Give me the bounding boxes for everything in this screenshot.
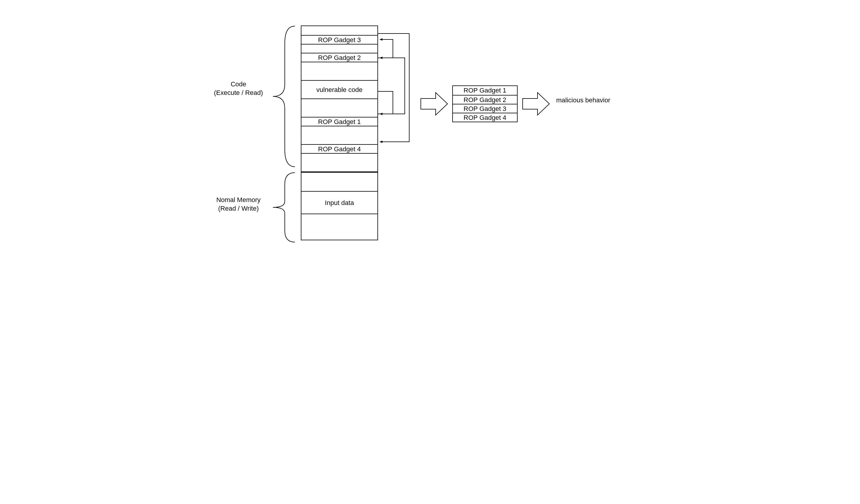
rop-chain-table: ROP Gadget 1 ROP Gadget 2 ROP Gadget 3 R…	[452, 86, 518, 122]
code-column: ROP Gadget 3 ROP Gadget 2 vulnerable cod…	[301, 26, 378, 172]
result-label: malicious behavior	[556, 97, 610, 104]
code-row	[301, 62, 377, 80]
code-row-gadget-4: ROP Gadget 4	[301, 144, 377, 153]
block-arrow-to-chain	[420, 92, 448, 116]
memory-section-text: Nomal Memory (Read / Write)	[216, 196, 260, 212]
code-cell: ROP Gadget 1	[318, 118, 361, 125]
memory-section-label: Nomal Memory (Read / Write)	[209, 196, 268, 213]
code-row	[301, 153, 377, 172]
memory-row	[301, 173, 377, 191]
chain-row: ROP Gadget 1	[453, 86, 517, 95]
block-arrow-to-result	[522, 92, 550, 116]
code-row-gadget-3: ROP Gadget 3	[301, 35, 377, 44]
chain-row: ROP Gadget 3	[453, 104, 517, 113]
code-row	[301, 26, 377, 35]
code-row	[301, 126, 377, 144]
rop-diagram: Code (Execute / Read) Nomal Memory (Read…	[203, 6, 657, 258]
code-row	[301, 99, 377, 117]
code-row-vulnerable: vulnerable code	[301, 80, 377, 99]
chain-cell: ROP Gadget 1	[463, 87, 506, 94]
code-cell: ROP Gadget 3	[318, 36, 361, 44]
code-cell: vulnerable code	[316, 86, 362, 93]
code-row-gadget-1: ROP Gadget 1	[301, 117, 377, 126]
memory-row-input: Input data	[301, 191, 377, 213]
code-section-label: Code (Execute / Read)	[212, 80, 265, 97]
chain-cell: ROP Gadget 3	[463, 105, 506, 113]
memory-row	[301, 213, 377, 240]
memory-column: Input data	[301, 172, 378, 240]
code-section-text: Code (Execute / Read)	[214, 80, 263, 97]
code-cell: ROP Gadget 4	[318, 145, 361, 153]
code-cell: ROP Gadget 2	[318, 54, 361, 61]
chain-cell: ROP Gadget 2	[463, 96, 506, 104]
chain-cell: ROP Gadget 4	[463, 114, 506, 121]
memory-cell: Input data	[325, 199, 354, 206]
chain-row: ROP Gadget 4	[453, 113, 517, 122]
brace-memory	[268, 172, 298, 243]
result-text: malicious behavior	[556, 97, 610, 104]
code-row	[301, 44, 377, 53]
code-row-gadget-2: ROP Gadget 2	[301, 53, 377, 62]
chain-row: ROP Gadget 2	[453, 95, 517, 104]
brace-code	[268, 26, 298, 167]
